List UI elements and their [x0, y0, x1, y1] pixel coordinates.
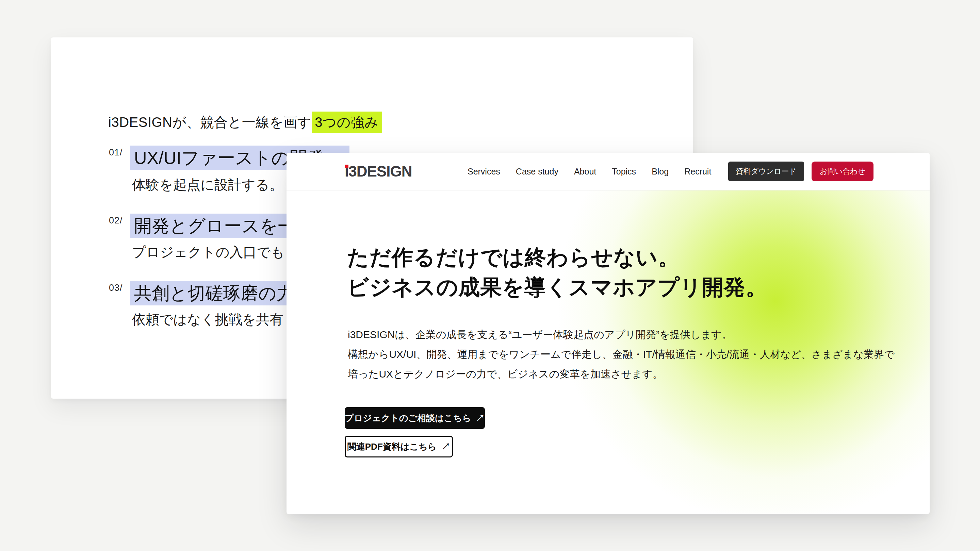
nav-item-topics[interactable]: Topics	[612, 167, 636, 176]
download-materials-button[interactable]: 資料ダウンロード	[728, 162, 804, 181]
item-index-02: 02/	[109, 215, 123, 226]
hero-heading: ただ作るだけでは終わらせない。 ビジネスの成果を導くスマホアプリ開発。	[347, 242, 767, 302]
item-description-03: 依頼ではなく挑戦を共有	[132, 311, 283, 328]
slide-title: i3DESIGNが、競合と一線を画す3つの強み	[108, 111, 382, 133]
nav-item-recruit[interactable]: Recruit	[684, 167, 711, 176]
nav-item-about[interactable]: About	[574, 167, 596, 176]
hero-paragraph: i3DESIGNは、企業の成長を支える“ユーザー体験起点のアプリ開発”を提供しま…	[348, 325, 894, 384]
logo-letter-i: i	[345, 163, 348, 180]
site-header: i3DESIGN Services Case study About Topic…	[286, 153, 930, 191]
related-pdf-button[interactable]: 関連PDF資料はこちら ↗	[345, 436, 453, 457]
item-index-01: 01/	[109, 147, 123, 158]
nav-item-services[interactable]: Services	[468, 167, 500, 176]
logo-rest: 3DESIGN	[348, 163, 412, 180]
slide-title-plain: i3DESIGNが、競合と一線を画す	[108, 114, 311, 130]
north-east-arrow-icon: ↗	[441, 442, 450, 451]
related-pdf-label: 関連PDF資料はこちら	[347, 441, 437, 453]
project-consult-button[interactable]: プロジェクトのご相談はこちら ↗	[345, 407, 485, 429]
nav-item-case-study[interactable]: Case study	[516, 167, 558, 176]
hero-paragraph-line1: i3DESIGNは、企業の成長を支える“ユーザー体験起点のアプリ開発”を提供しま…	[348, 325, 894, 345]
hero-heading-line1: ただ作るだけでは終わらせない。	[347, 242, 767, 272]
nav-item-blog[interactable]: Blog	[652, 167, 669, 176]
project-consult-label: プロジェクトのご相談はこちら	[345, 412, 471, 424]
item-description-02: プロジェクトの入口でも	[132, 243, 285, 260]
page-background: i3DESIGNが、競合と一線を画す3つの強み 01/ UX/UIファーストの開…	[0, 0, 980, 551]
i3design-logo[interactable]: i3DESIGN	[345, 163, 412, 180]
item-description-01: 体験を起点に設計する。	[132, 176, 283, 193]
main-nav: Services Case study About Topics Blog Re…	[468, 167, 711, 176]
slide-title-highlight: 3つの強み	[312, 111, 382, 133]
hero-paragraph-line2: 構想からUX/UI、開発、運用までをワンチームで伴走し、金融・IT/情報通信・小…	[348, 345, 894, 364]
website-card: i3DESIGN Services Case study About Topic…	[286, 153, 930, 514]
item-index-03: 03/	[109, 282, 123, 293]
contact-button[interactable]: お問い合わせ	[811, 162, 873, 181]
north-east-arrow-icon: ↗	[476, 414, 485, 422]
hero-paragraph-line3: 培ったUXとテクノロジーの力で、ビジネスの変革を加速させます。	[348, 364, 894, 384]
hero-heading-line2: ビジネスの成果を導くスマホアプリ開発。	[347, 272, 767, 302]
